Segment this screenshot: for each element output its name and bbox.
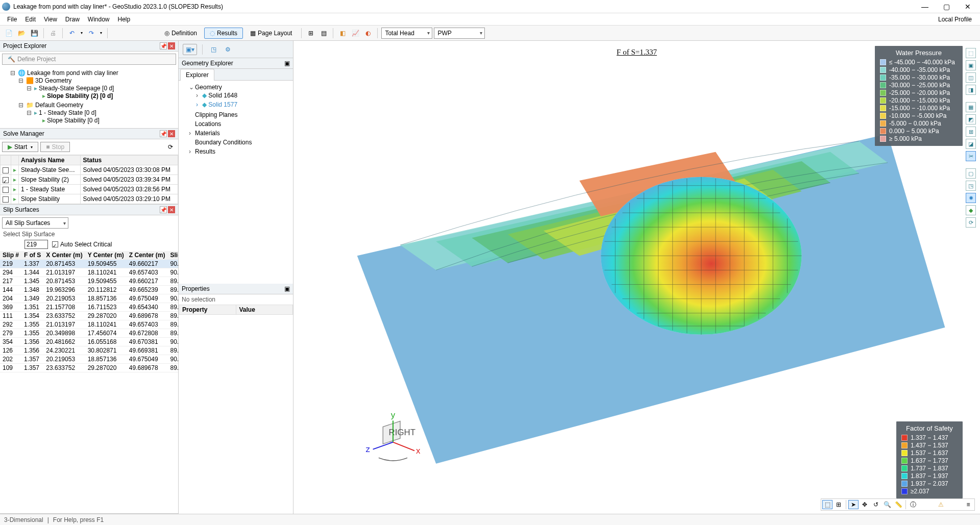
expand-icon[interactable]: ⊟ <box>27 109 33 116</box>
definition-mode-button[interactable]: ◎ Definition <box>159 28 203 39</box>
define-project-button[interactable]: 🔨 Define Project <box>2 54 176 65</box>
slip-row[interactable]: 2191.33720.87145319.50945549.66021790.00… <box>0 260 178 268</box>
vp-zoom-icon[interactable]: 🔍 <box>882 500 892 509</box>
close-panel-icon[interactable]: ✕ <box>168 206 175 213</box>
tree-3d-geometry[interactable]: 3D Geometry <box>35 77 71 84</box>
tree-ss-seepage[interactable]: Steady-State Seepage [0 d] <box>39 85 114 92</box>
redo-icon[interactable]: ↷ <box>86 28 97 39</box>
tree-slope-stability-2[interactable]: Slope Stability (2) [0 d] <box>47 92 113 99</box>
start-button[interactable]: ▶Start▾ <box>2 142 38 152</box>
slip-col-header[interactable]: Slip # <box>0 251 21 260</box>
analysis-checkbox[interactable] <box>3 196 9 203</box>
view-shaded-icon[interactable]: ◩ <box>966 114 976 124</box>
expand-icon[interactable]: ⊟ <box>18 102 24 109</box>
slip-row[interactable]: 1111.35423.63375229.28702049.68967889.99… <box>0 312 178 320</box>
geo-locations[interactable]: Locations <box>195 120 221 128</box>
solve-row[interactable]: ▸Slope StabilitySolved 04/05/2023 03:29:… <box>1 194 178 204</box>
menu-view[interactable]: View <box>40 15 61 24</box>
slip-col-header[interactable]: Slide Dir (°) <box>168 251 179 260</box>
menu-file[interactable]: File <box>3 15 21 24</box>
geo-boundary[interactable]: Boundary Conditions <box>195 139 252 146</box>
tool-icon-5[interactable]: ◐ <box>362 28 374 39</box>
tool-icon-2[interactable]: ▤ <box>318 28 329 39</box>
close-button[interactable]: ✕ <box>958 1 978 13</box>
pin-icon[interactable]: 📌 <box>160 206 167 213</box>
dock-icon[interactable]: ▣ <box>284 285 290 292</box>
geo-geometry[interactable]: Geometry <box>195 84 222 91</box>
slip-row[interactable]: 2941.34421.01319718.11024149.65740390.03 <box>0 268 178 277</box>
slip-row[interactable]: 3691.35121.15770816.71152349.65434089.98… <box>0 303 178 312</box>
slip-row[interactable]: 1441.34819.96329620.11281249.66523989.99 <box>0 286 178 294</box>
select-cube-icon[interactable]: ▣▾ <box>183 44 197 55</box>
vp-info-icon[interactable]: ⓘ <box>908 500 918 509</box>
view-box-icon[interactable]: ▢ <box>966 168 976 179</box>
slip-col-header[interactable]: Y Center (m) <box>85 251 127 260</box>
view-front-icon[interactable]: ◫ <box>966 72 976 83</box>
explorer-tab[interactable]: Explorer <box>180 69 214 81</box>
geo-clipping[interactable]: Clipping Planes <box>195 111 237 118</box>
vp-pan-icon[interactable]: ✥ <box>860 500 870 509</box>
dock-icon[interactable]: ▣ <box>284 60 290 67</box>
tree-slope-stability[interactable]: Slope Stability [0 d] <box>47 117 100 124</box>
expand-icon[interactable]: › <box>189 130 195 137</box>
refresh-icon[interactable]: ⟳ <box>165 141 176 153</box>
solve-row[interactable]: ▸Slope Stability (2)Solved 04/05/2023 03… <box>1 175 178 185</box>
solve-row[interactable]: ▸Steady-State See…Solved 04/05/2023 03:3… <box>1 165 178 175</box>
contour-combo[interactable]: Total Head <box>381 28 432 39</box>
expand-icon[interactable]: › <box>196 92 202 99</box>
view-iso-icon[interactable]: ⬚ <box>966 48 976 58</box>
geo-results[interactable]: Results <box>195 148 215 155</box>
expand-icon[interactable]: ⊟ <box>10 69 16 77</box>
stop-button[interactable]: ■Stop <box>40 142 70 152</box>
slip-row[interactable]: 2921.35521.01319718.11024149.65740389.98… <box>0 320 178 329</box>
new-file-icon[interactable]: 📄 <box>3 28 14 39</box>
view-green-icon[interactable]: ◆ <box>966 205 976 215</box>
solve-row[interactable]: ▸1 - Steady StateSolved 04/05/2023 03:28… <box>1 185 178 194</box>
profile-label[interactable]: Local Profile <box>938 16 977 23</box>
undo-icon[interactable]: ↶ <box>66 28 78 39</box>
menu-draw[interactable]: Draw <box>61 15 84 24</box>
tree-steady-state-1[interactable]: 1 - Steady State [0 d] <box>39 109 96 116</box>
menu-edit[interactable]: Edit <box>21 15 40 24</box>
slip-col-header[interactable]: F of S <box>21 251 43 260</box>
print-icon[interactable]: 🖨 <box>47 28 59 39</box>
maximize-button[interactable]: ▢ <box>936 1 957 13</box>
minimize-button[interactable]: — <box>915 1 935 13</box>
viewport-canvas[interactable]: RIGHT x y z F of S=1.337 Water Pressure … <box>293 41 980 514</box>
redo-dropdown-icon[interactable]: ▾ <box>99 28 104 39</box>
page-layout-mode-button[interactable]: ▦ Page Layout <box>244 28 298 39</box>
vp-warning-icon[interactable]: ⚠ <box>936 500 946 509</box>
analysis-checkbox[interactable] <box>3 167 9 173</box>
view-top-icon[interactable]: ▣ <box>966 60 976 70</box>
tree-root[interactable]: Leakage from pond with clay liner <box>27 69 118 77</box>
slip-row[interactable]: 3541.35620.48166216.05516849.67038190.06… <box>0 338 178 346</box>
geo-solid-1577[interactable]: Solid 1577 <box>208 101 237 108</box>
view-side-icon[interactable]: ◨ <box>966 85 976 95</box>
slip-row[interactable]: 1261.35624.23022130.80287149.66938189.99… <box>0 346 178 355</box>
view-cube-icon[interactable]: ◳ <box>966 181 976 191</box>
tree-default-geometry[interactable]: Default Geometry <box>35 102 83 109</box>
geo-solid-1648[interactable]: Solid 1648 <box>208 92 237 99</box>
expand-icon[interactable]: ⊟ <box>18 77 24 84</box>
view-refresh-icon[interactable]: ⟳ <box>966 217 976 228</box>
analysis-checkbox[interactable] <box>3 187 9 193</box>
view-hidden-icon[interactable]: ◪ <box>966 139 976 149</box>
view-mesh-icon[interactable]: ⊞ <box>966 127 976 137</box>
auto-select-checkbox[interactable]: Auto Select Critical <box>52 241 112 248</box>
expand-icon[interactable]: ⊟ <box>27 85 33 92</box>
expand-icon[interactable]: ⌄ <box>189 84 195 91</box>
gear-icon[interactable]: ⚙ <box>222 44 233 55</box>
view-wireframe-icon[interactable]: ▦ <box>966 102 976 112</box>
tool-icon-1[interactable]: ⊞ <box>305 28 316 39</box>
slip-row[interactable]: 2171.34520.87145319.50945549.66021789.97 <box>0 277 178 286</box>
slip-number-input[interactable] <box>24 240 48 249</box>
vp-menu-icon[interactable]: ≡ <box>963 500 973 509</box>
secondary-combo[interactable]: PWP <box>434 28 485 39</box>
close-panel-icon[interactable]: ✕ <box>168 42 175 49</box>
expand-icon[interactable]: › <box>196 101 202 108</box>
vp-rotate-icon[interactable]: ↺ <box>871 500 881 509</box>
slip-col-header[interactable]: X Center (m) <box>43 251 85 260</box>
slip-row[interactable]: 2041.34920.21905318.85713649.67504990.00… <box>0 294 178 303</box>
cube-wireframe-icon[interactable]: ◳ <box>208 44 219 55</box>
slip-row[interactable]: 2021.35720.21905318.85713649.67504990.02… <box>0 355 178 364</box>
